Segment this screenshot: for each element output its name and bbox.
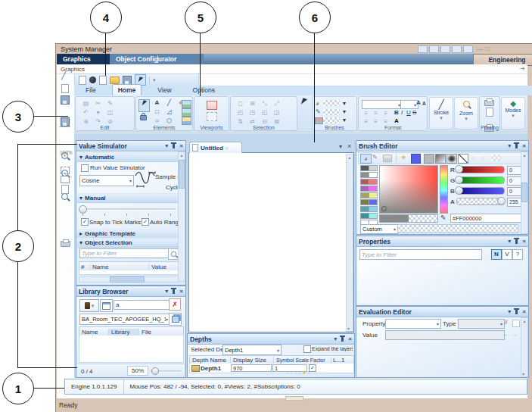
ribbon-icon[interactable]: ≡ <box>372 110 380 117</box>
column-file[interactable]: File <box>139 329 151 336</box>
no-brush-button[interactable] <box>458 154 468 164</box>
window-resize-grip[interactable] <box>285 396 303 401</box>
column-name[interactable]: Name <box>90 264 149 270</box>
color-swatch[interactable] <box>369 206 378 212</box>
close-icon[interactable]: × <box>522 143 526 149</box>
breadcrumb-arrow-icon[interactable]: ➔ <box>520 65 525 72</box>
ribbon-icon[interactable]: ◿ <box>165 108 173 116</box>
fit-view-icon[interactable] <box>61 176 70 183</box>
auto-range-checkbox[interactable]: ✓ <box>142 218 149 226</box>
ribbon-icon[interactable]: ◱ <box>260 109 269 117</box>
zoom-button[interactable]: Zoom ▾ <box>454 97 478 130</box>
fill-mode-button[interactable]: ◕ <box>360 154 372 164</box>
panel-menu-icon[interactable]: ▾ <box>508 143 511 149</box>
new-document-icon[interactable] <box>79 76 86 85</box>
ribbon-tab-home[interactable]: Home <box>112 84 142 95</box>
channel-r-thumb[interactable] <box>455 165 463 173</box>
ribbon-icon[interactable]: ≡ <box>362 110 370 117</box>
print-button-icon[interactable] <box>484 100 494 106</box>
color-swatch[interactable] <box>369 199 378 205</box>
globe-icon[interactable] <box>89 76 96 83</box>
lock-icon[interactable] <box>140 115 147 120</box>
stroke-brush-swatch[interactable] <box>323 109 340 115</box>
ribbon-icon[interactable]: ◳ <box>248 109 257 117</box>
scroll-down-icon[interactable]: ▾ <box>522 371 524 376</box>
pen-tool-icon[interactable]: ╱ <box>61 71 66 80</box>
move-top-icon[interactable]: ↑ <box>290 370 293 375</box>
ribbon-icon[interactable]: ⬡ <box>165 117 173 125</box>
column-symbol-scale[interactable]: Symbol Scale Factor <box>274 357 331 363</box>
expand-layers-checkbox[interactable] <box>303 345 311 353</box>
document-close-icon[interactable]: × <box>347 142 351 150</box>
edit-document-icon[interactable] <box>99 76 107 85</box>
ribbon-icon[interactable]: ⤢ <box>272 100 281 108</box>
value-simulator-header[interactable]: Value Simulator ▾× <box>76 141 185 151</box>
minimize-icon[interactable]: — <box>477 45 483 52</box>
ribbon-tab-view[interactable]: View <box>152 85 176 95</box>
properties-header[interactable]: Properties ▾× <box>356 236 528 247</box>
layout-split-right-icon[interactable] <box>440 45 450 53</box>
underline-button[interactable]: U <box>406 109 411 116</box>
evaluation-editor-header[interactable]: Evaluation Editor ▾× <box>356 307 528 317</box>
fill-brush-swatch[interactable] <box>323 100 340 106</box>
close-document-icon[interactable]: ⊗ <box>61 117 67 124</box>
ribbon-icon[interactable]: ◲ <box>272 109 281 117</box>
bold-button[interactable]: B <box>394 109 399 116</box>
save-file-icon[interactable] <box>61 95 70 105</box>
column-locked[interactable]: L...1 <box>331 357 345 364</box>
solid-color-button[interactable] <box>411 154 421 164</box>
fill-brush-icon[interactable]: ◕ <box>316 100 319 107</box>
brush-editor-header[interactable]: Brush Editor ▾× <box>356 141 528 151</box>
shrink-font-icon[interactable]: A <box>422 101 426 106</box>
toolbar-overflow-icon[interactable]: ▾ <box>153 77 156 83</box>
symbol-element-icon[interactable] <box>182 117 191 125</box>
canvas-vscroll[interactable]: ▴▾ <box>346 154 353 332</box>
close-icon[interactable]: × <box>179 289 183 295</box>
pattern-brush-button[interactable] <box>491 154 502 161</box>
pin-icon[interactable] <box>173 144 175 148</box>
channel-r-track[interactable] <box>456 166 505 173</box>
ribbon-icon[interactable]: A <box>153 99 161 107</box>
panel-menu-icon[interactable]: ▾ <box>165 289 168 295</box>
ribbon-icon[interactable]: ○ <box>153 117 161 125</box>
ribbon-icon[interactable]: ◻ <box>236 100 244 108</box>
depths-header[interactable]: Depths ▾× <box>188 334 354 345</box>
section-object-selection[interactable]: ▾Object Selection <box>77 238 179 248</box>
tab-object-configurator[interactable]: Object Configurator <box>110 54 204 64</box>
ribbon-icon[interactable]: ✎ <box>106 100 114 108</box>
move-bottom-icon[interactable]: ↓ <box>298 370 301 375</box>
evaluation-checkbox[interactable] <box>512 320 520 327</box>
object-table-hscroll[interactable] <box>79 276 179 282</box>
section-automatic[interactable]: ▾Automatic <box>77 152 179 162</box>
column-display-size[interactable]: Display Size <box>231 357 274 364</box>
zoom-selection-icon[interactable] <box>61 193 68 200</box>
print-icon[interactable] <box>61 241 70 247</box>
pin-icon[interactable] <box>173 289 175 294</box>
scroll-down-icon[interactable]: ▾ <box>347 326 350 331</box>
color-swatch[interactable] <box>369 186 378 192</box>
manual-slider-track[interactable] <box>80 208 176 211</box>
remove-evaluation-icon[interactable]: ✗ <box>503 319 509 326</box>
properties-filter-input[interactable] <box>359 249 482 260</box>
channel-g-track[interactable] <box>456 176 505 184</box>
document-list-dropdown-icon[interactable]: ▾ <box>339 143 342 150</box>
brush-editor-scrollbar[interactable]: ▴ <box>521 151 528 234</box>
next-evaluation-icon[interactable]: → <box>511 331 517 338</box>
scroll-up-icon[interactable]: ▴ <box>523 319 525 323</box>
radial-gradient-button[interactable] <box>446 154 457 164</box>
vscroll-thumb[interactable] <box>521 183 527 202</box>
ribbon-icon[interactable]: ⤡ <box>260 100 269 108</box>
column-number[interactable]: # <box>79 264 90 270</box>
layout-single-icon[interactable] <box>463 45 473 53</box>
column-depth-name[interactable]: Depth Name <box>190 357 231 364</box>
page-setup-icon[interactable] <box>61 185 69 194</box>
delete-depth-icon[interactable]: × <box>307 370 310 375</box>
saturation-field[interactable] <box>379 165 438 214</box>
media-element-icon[interactable] <box>182 108 191 117</box>
scroll-up-icon[interactable]: ▴ <box>180 153 182 158</box>
image-brush-dropdown-icon[interactable]: ▾ <box>343 117 346 123</box>
font-family-combo[interactable]: ▾ <box>362 100 403 109</box>
type-combo[interactable]: ▾ <box>458 319 505 329</box>
object-filter-input[interactable] <box>79 248 169 258</box>
image-brush-icon[interactable] <box>315 117 323 124</box>
